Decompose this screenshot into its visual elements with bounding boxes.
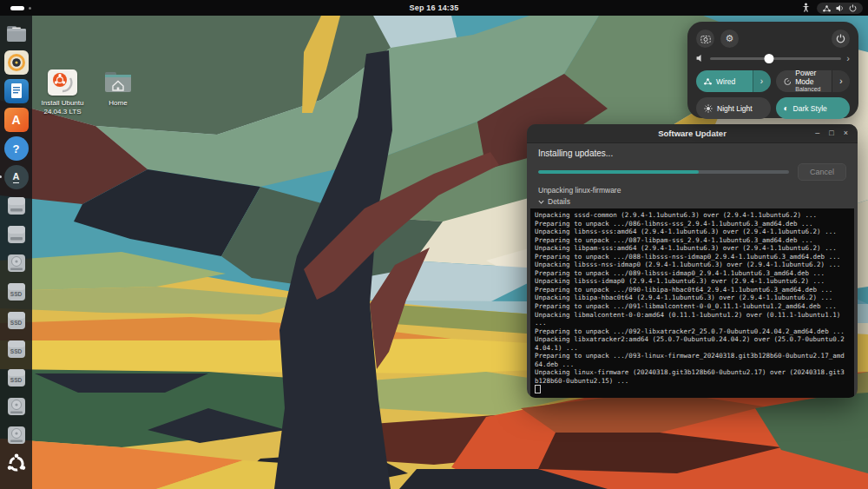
dock-item-optical-drive[interactable] bbox=[4, 394, 29, 419]
terminal-line: Preparing to unpack .../092-libxatracker… bbox=[535, 327, 850, 336]
progress-fill bbox=[538, 170, 699, 174]
accessibility-icon[interactable] bbox=[801, 0, 811, 16]
ssd-label: SSD bbox=[4, 377, 29, 383]
screenshot-button[interactable] bbox=[696, 30, 714, 48]
night-light-icon bbox=[704, 104, 713, 113]
tile-night-light[interactable]: Night Light bbox=[696, 97, 771, 119]
dock-item-app-center[interactable]: A bbox=[4, 108, 29, 132]
terminal-line: Unpacking linux-firmware (20240318.git3b… bbox=[535, 368, 850, 377]
progress-bar bbox=[538, 170, 789, 174]
install-label-line2: 24.04.3 LTS bbox=[42, 108, 84, 116]
settings-button[interactable]: ⚙ bbox=[720, 30, 739, 48]
ssd-label: SSD bbox=[4, 348, 29, 354]
terminal-line: 64.deb ... bbox=[535, 360, 850, 369]
dock-item-optical-drive[interactable] bbox=[4, 423, 29, 447]
gear-icon: ⚙ bbox=[726, 34, 734, 43]
top-bar: Sep 16 14:35 bbox=[0, 0, 868, 16]
folder-icon bbox=[4, 22, 29, 46]
dock-item-help[interactable]: ? bbox=[4, 136, 29, 161]
dock-item-rhythmbox[interactable] bbox=[4, 50, 29, 75]
tile-wired[interactable]: Wired › bbox=[696, 70, 771, 92]
volume-expand-chevron[interactable]: › bbox=[846, 54, 850, 63]
dock-item-libreoffice-writer[interactable] bbox=[4, 79, 29, 103]
terminal-line: Unpacking libmalcontent-0-0:amd64 (0.11.… bbox=[535, 311, 850, 320]
terminal-line: 4.04.1) ... bbox=[535, 344, 850, 353]
ssd-label: SSD bbox=[4, 291, 29, 297]
power-icon bbox=[836, 34, 845, 43]
terminal-line: Unpacking libipa-hbac0t64 (2.9.4-1.1ubun… bbox=[535, 294, 850, 302]
terminal-line: Unpacking libnss-sss:amd64 (2.9.4-1.1ubu… bbox=[535, 228, 850, 236]
tile-wired-label: Wired bbox=[716, 77, 735, 86]
terminal-line: Preparing to unpack .../087-libpam-sss_2… bbox=[535, 236, 850, 245]
wired-expand-arrow[interactable]: › bbox=[753, 70, 771, 92]
quick-settings-panel: ⚙ › Wired › Power Mode Balanced bbox=[687, 22, 858, 118]
desktop-icon-install-ubuntu[interactable]: Install Ubuntu 24.04.3 LTS bbox=[35, 69, 90, 116]
workspace-indicator[interactable] bbox=[10, 6, 31, 10]
power-icon bbox=[849, 0, 857, 16]
tile-dark-style-label: Dark Style bbox=[793, 104, 827, 113]
volume-knob[interactable] bbox=[765, 54, 774, 63]
desktop-icon-home[interactable]: Home bbox=[94, 69, 142, 108]
tile-power-mode[interactable]: Power Mode Balanced › bbox=[776, 70, 851, 92]
dock-item-optical-drive[interactable] bbox=[4, 251, 29, 275]
window-title: Software Updater bbox=[658, 129, 727, 138]
terminal-output[interactable]: Unpacking sssd-common (2.9.4-1.1ubuntu6.… bbox=[530, 208, 854, 398]
help-icon: ? bbox=[13, 143, 20, 155]
details-label: Details bbox=[548, 197, 570, 206]
terminal-line: Preparing to unpack .../093-linux-firmwa… bbox=[535, 352, 850, 360]
volume-track bbox=[710, 57, 841, 60]
current-action-text: Unpacking linux-firmware bbox=[538, 186, 846, 195]
chevron-down-icon bbox=[538, 200, 544, 204]
terminal-line: Unpacking libxatracker2:amd64 (25.0.7-0u… bbox=[535, 335, 850, 344]
workspace-dot bbox=[29, 7, 31, 10]
dock-item-files[interactable] bbox=[4, 22, 29, 46]
software-updater-window: Software Updater – □ × Installing update… bbox=[527, 124, 858, 398]
power-mode-expand-arrow[interactable]: › bbox=[832, 70, 850, 92]
document-icon bbox=[4, 79, 29, 103]
cancel-button[interactable]: Cancel bbox=[798, 163, 846, 181]
tile-power-mode-label: Power Mode bbox=[795, 70, 832, 86]
ssd-label: SSD bbox=[4, 320, 29, 326]
terminal-line: Unpacking sssd-common (2.9.4-1.1ubuntu6.… bbox=[535, 211, 850, 220]
volume-slider[interactable] bbox=[710, 52, 841, 64]
tile-dark-style[interactable]: ◐ Dark Style bbox=[776, 97, 851, 119]
terminal-line: Preparing to unpack .../091-libmalconten… bbox=[535, 302, 850, 311]
home-folder-icon bbox=[103, 69, 133, 96]
system-tray-menu[interactable] bbox=[817, 3, 863, 14]
maximize-button[interactable]: □ bbox=[829, 129, 833, 137]
dock-item-software-updater[interactable]: A bbox=[4, 165, 29, 189]
window-titlebar[interactable]: Software Updater – □ × bbox=[527, 124, 858, 143]
disc-icon bbox=[4, 423, 29, 447]
terminal-line: Unpacking libsss-nss-idmap0 (2.9.4-1.1ub… bbox=[535, 261, 850, 269]
terminal-line: Unpacking libpam-sss:amd64 (2.9.4-1.1ubu… bbox=[535, 244, 850, 253]
dock-item-ssd-drive[interactable]: SSD bbox=[4, 308, 29, 333]
gauge-icon bbox=[784, 77, 792, 86]
dock-item-ssd-drive[interactable]: SSD bbox=[4, 337, 29, 361]
install-ubuntu-icon bbox=[48, 69, 77, 96]
terminal-line: Preparing to unpack .../090-libipa-hbac0… bbox=[535, 286, 850, 294]
network-icon bbox=[823, 0, 831, 16]
terminal-line: Preparing to unpack .../089-libsss-idmap… bbox=[535, 269, 850, 278]
disc-icon bbox=[4, 394, 29, 419]
terminal-line: Unpacking libsss-idmap0 (2.9.4-1.1ubuntu… bbox=[535, 277, 850, 286]
disc-icon bbox=[4, 251, 29, 275]
terminal-line: ... bbox=[535, 319, 850, 327]
dock-item-ssd-drive[interactable]: SSD bbox=[4, 280, 29, 304]
minimize-button[interactable]: – bbox=[815, 129, 819, 137]
dock-item-show-apps[interactable] bbox=[4, 452, 29, 476]
close-button[interactable]: × bbox=[844, 129, 848, 137]
ubuntu-logo-icon bbox=[6, 453, 27, 474]
tile-night-light-label: Night Light bbox=[717, 104, 753, 113]
terminal-line: Preparing to unpack .../088-libsss-nss-i… bbox=[535, 253, 850, 261]
screenshot-icon bbox=[700, 35, 711, 43]
dark-style-icon: ◐ bbox=[784, 104, 789, 113]
dock-item-external-drive[interactable] bbox=[4, 194, 29, 218]
status-text: Installing updates... bbox=[538, 149, 846, 158]
power-button[interactable] bbox=[832, 30, 850, 48]
install-label-line1: Install Ubuntu bbox=[42, 99, 84, 108]
details-expander[interactable]: Details bbox=[538, 197, 846, 206]
network-icon bbox=[704, 78, 712, 85]
dock-item-external-drive[interactable] bbox=[4, 222, 29, 247]
dock-item-ssd-drive[interactable]: SSD bbox=[4, 366, 29, 390]
clock-menu[interactable]: Sep 16 14:35 bbox=[410, 3, 459, 12]
